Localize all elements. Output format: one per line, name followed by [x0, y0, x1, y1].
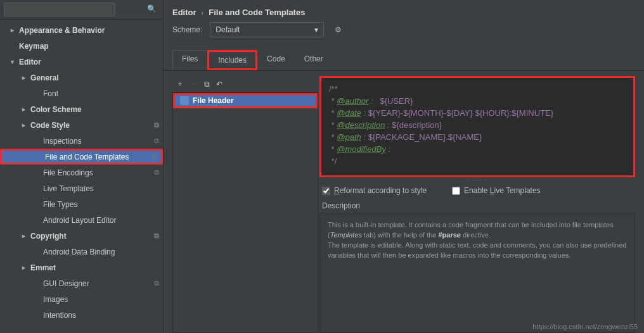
sidebar-item-android-layout-editor[interactable]: ▸Android Layout Editor — [0, 212, 163, 228]
sidebar-item-file-and-code-templates[interactable]: ▸File and Code Templates⧉ — [0, 149, 163, 165]
sidebar-item-gui-designer[interactable]: ▸GUI Designer⧉ — [0, 275, 163, 291]
tab-bar: Files Includes Code Other — [164, 50, 644, 71]
chevron-right-icon: ▸ — [20, 74, 27, 81]
description-box: This is a built-in template. It contains… — [319, 213, 635, 333]
per-project-icon: ⧉ — [154, 121, 159, 129]
per-project-icon: ⧉ — [154, 232, 159, 240]
tab-files[interactable]: Files — [172, 50, 207, 70]
per-project-icon: ⧉ — [154, 137, 159, 145]
watermark: https://blog.csdn.net/zengwenzi55 — [532, 323, 638, 330]
enable-live-templates-checkbox[interactable]: Enable Live Templates — [452, 186, 541, 195]
chevron-down-icon: ▾ — [9, 58, 15, 65]
sidebar-item-editor[interactable]: ▾Editor — [0, 54, 163, 70]
chevron-right-icon: ▸ — [9, 27, 15, 34]
description-label: Description — [319, 199, 635, 213]
sidebar-item-label: Images — [43, 295, 68, 304]
sidebar-item-appearance-behavior[interactable]: ▸Appearance & Behavior — [0, 22, 163, 38]
sidebar-item-label: Font — [43, 89, 58, 98]
search-icon: 🔍 — [147, 4, 157, 13]
per-project-icon: ⧉ — [154, 279, 159, 287]
list-toolbar: ＋ － ⧉ ↶ — [172, 76, 318, 92]
copy-icon[interactable]: ⧉ — [204, 80, 210, 89]
chevron-right-icon: ▸ — [20, 264, 27, 271]
tab-includes[interactable]: Includes — [207, 50, 257, 70]
sidebar-item-label: Copyright — [30, 232, 67, 241]
sidebar-item-label: Live Templates — [43, 184, 94, 193]
chevron-right-icon: ▸ — [20, 232, 27, 239]
drag-handle[interactable]: ⋯⋯⋯⋯ — [319, 177, 635, 182]
sidebar-item-label: File Encodings — [43, 168, 93, 177]
sidebar-item-label: Keymap — [19, 42, 49, 51]
search-input[interactable] — [4, 3, 115, 16]
scheme-select[interactable]: Default ▾ — [210, 22, 324, 37]
reformat-checkbox[interactable]: Reformat according to style — [322, 186, 427, 195]
sidebar-item-live-templates[interactable]: ▸Live Templates — [0, 180, 163, 196]
sidebar-item-file-types[interactable]: ▸File Types — [0, 196, 163, 212]
sidebar-item-label: File and Code Templates — [45, 153, 129, 161]
undo-icon[interactable]: ↶ — [216, 80, 222, 89]
sidebar-item-label: Android Layout Editor — [43, 216, 116, 225]
settings-tree[interactable]: ▸Appearance & Behavior▸Keymap▾Editor▸Gen… — [0, 20, 163, 333]
sidebar-item-label: Android Data Binding — [43, 248, 115, 256]
settings-sidebar: 🔍 ▸Appearance & Behavior▸Keymap▾Editor▸G… — [0, 0, 164, 333]
breadcrumb: Editor › File and Code Templates — [164, 0, 644, 22]
sidebar-item-font[interactable]: ▸Font — [0, 85, 163, 101]
remove-icon[interactable]: － — [190, 79, 198, 89]
per-project-icon: ⧉ — [152, 153, 157, 161]
tab-code[interactable]: Code — [257, 50, 295, 70]
breadcrumb-leaf: File and Code Templates — [209, 8, 305, 17]
sidebar-item-copyright[interactable]: ▸Copyright⧉ — [0, 228, 163, 244]
sidebar-item-images[interactable]: ▸Images — [0, 291, 163, 307]
scheme-label: Scheme: — [172, 25, 202, 34]
sidebar-item-label: Intentions — [43, 311, 76, 320]
sidebar-item-file-encodings[interactable]: ▸File Encodings⧉ — [0, 165, 163, 180]
add-icon[interactable]: ＋ — [176, 79, 184, 89]
sidebar-item-label: Appearance & Behavior — [19, 26, 105, 35]
sidebar-item-code-style[interactable]: ▸Code Style⧉ — [0, 117, 163, 133]
per-project-icon: ⧉ — [154, 168, 159, 177]
sidebar-item-intentions[interactable]: ▸Intentions — [0, 307, 163, 323]
chevron-right-icon: ▸ — [20, 122, 27, 129]
template-list[interactable]: File Header — [172, 92, 318, 333]
gear-icon[interactable]: ⚙ — [332, 23, 344, 36]
sidebar-item-label: General — [30, 73, 59, 82]
list-item-file-header[interactable]: File Header — [173, 93, 318, 108]
sidebar-item-label: Code Style — [30, 121, 70, 130]
sidebar-item-keymap[interactable]: ▸Keymap — [0, 38, 163, 54]
breadcrumb-root: Editor — [172, 8, 196, 17]
sidebar-item-label: GUI Designer — [43, 279, 89, 288]
chevron-down-icon: ▾ — [314, 25, 318, 34]
sidebar-item-general[interactable]: ▸General — [0, 70, 163, 85]
sidebar-item-inspections[interactable]: ▸Inspections⧉ — [0, 133, 163, 149]
template-editor[interactable]: /** * @author : ${USER} * @date : ${YEAR… — [319, 76, 635, 177]
tab-other[interactable]: Other — [295, 50, 333, 70]
sidebar-item-label: Emmet — [30, 263, 56, 272]
scheme-value: Default — [216, 25, 240, 34]
list-item-label: File Header — [193, 96, 234, 105]
chevron-right-icon: ▸ — [20, 106, 27, 113]
sidebar-item-color-scheme[interactable]: ▸Color Scheme — [0, 101, 163, 117]
sidebar-item-label: Color Scheme — [30, 105, 82, 114]
sidebar-item-emmet[interactable]: ▸Emmet — [0, 260, 163, 275]
sidebar-item-android-data-binding[interactable]: ▸Android Data Binding — [0, 244, 163, 260]
file-icon — [180, 96, 189, 105]
chevron-right-icon: › — [202, 9, 204, 16]
sidebar-item-label: Editor — [19, 58, 41, 66]
sidebar-item-label: File Types — [43, 200, 77, 209]
sidebar-item-label: Inspections — [43, 137, 82, 146]
